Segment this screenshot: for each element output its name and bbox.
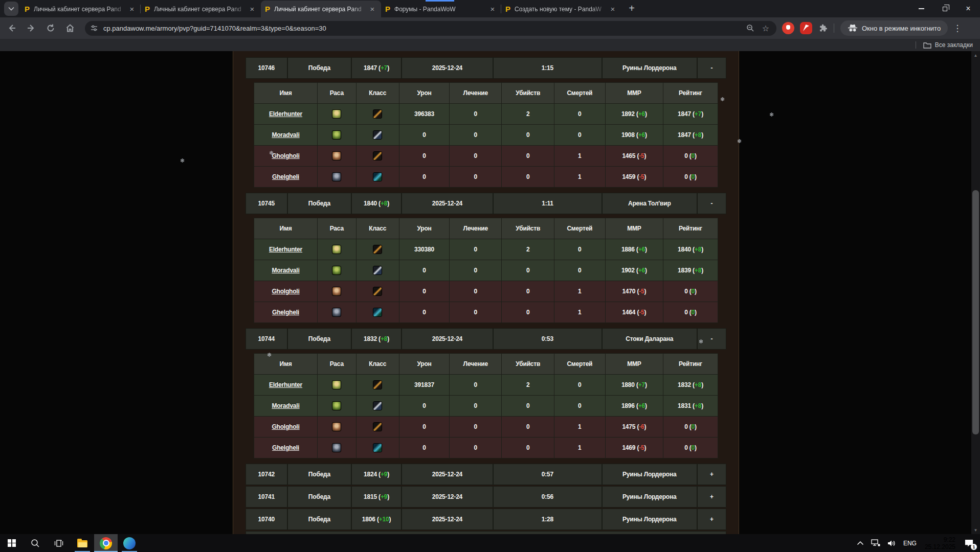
start-button[interactable] [0, 534, 24, 552]
browser-tab[interactable]: P Создать новую тему - PandaW × [501, 1, 621, 17]
tab-close-icon[interactable]: × [368, 5, 377, 14]
network-tray-button[interactable] [867, 534, 884, 552]
deaths-value: 0 [554, 239, 605, 260]
class-icon [373, 151, 382, 160]
address-bar[interactable]: cp.pandawow.me/armory/pvp?guid=7141070&r… [85, 21, 776, 36]
browser-tab[interactable]: P Форумы - PandaWoW × [381, 1, 501, 17]
clock[interactable]: 9:22 25.12.2025 [920, 536, 960, 550]
back-button[interactable] [4, 20, 19, 36]
expand-toggle[interactable]: + [698, 487, 726, 507]
healing-value: 0 [450, 396, 501, 416]
player-name-link[interactable]: Elderhunter [269, 381, 302, 388]
chrome-taskbar-button[interactable] [94, 534, 118, 552]
close-button[interactable]: × [956, 0, 980, 17]
tab-search-button[interactable] [4, 2, 18, 16]
damage-value: 0 [399, 302, 449, 323]
language-indicator[interactable]: ENG [900, 534, 920, 552]
adblock-extension-icon[interactable] [782, 22, 794, 34]
scroll-up-icon[interactable]: ▲ [971, 51, 980, 59]
notification-count-badge: 1 [971, 544, 977, 550]
match-rating: 1824 (+9) [352, 464, 402, 485]
player-row: Gholgholi 0 0 0 1 1470 (-5) 0 (0) [254, 281, 718, 302]
healing-value: 0 [450, 260, 501, 281]
home-button[interactable] [62, 20, 78, 36]
file-explorer-button[interactable] [71, 534, 94, 552]
tab-title: Личный кабинет сервера Pand [34, 6, 127, 13]
player-name-link[interactable]: Gholgholi [272, 152, 299, 159]
race-icon [332, 443, 341, 452]
col-name: Имя [254, 218, 317, 239]
col-race: Раса [318, 218, 356, 239]
col-deaths: Смертей [554, 218, 605, 239]
expand-toggle[interactable]: + [698, 509, 726, 530]
class-icon [373, 109, 382, 119]
player-name-link[interactable]: Elderhunter [269, 246, 302, 253]
col-class: Класс [357, 218, 399, 239]
match-arena: Арена Тол'вир [603, 193, 698, 214]
collapse-toggle[interactable]: - [698, 58, 726, 78]
all-bookmarks-button[interactable]: Все закладки [935, 41, 973, 49]
chevron-up-icon [857, 541, 864, 545]
bookmark-star-icon[interactable]: ☆ [760, 22, 771, 34]
new-tab-button[interactable]: + [625, 2, 639, 16]
taskbar-search-button[interactable] [24, 534, 47, 552]
reload-button[interactable] [43, 20, 58, 36]
browser-tab[interactable]: P Личный кабинет сервера Pand × [261, 1, 381, 17]
collapsed-match-row: 10742 Победа 1824 (+9) 2025-12-24 0:57 Р… [246, 464, 726, 485]
minimize-button[interactable] [909, 0, 933, 17]
kills-value: 0 [502, 125, 553, 145]
match-duration: 1:28 [494, 509, 603, 530]
tab-close-icon[interactable]: × [248, 5, 257, 14]
col-kills: Убийств [502, 218, 553, 239]
scrollbar-thumb[interactable] [972, 190, 979, 434]
mmr-value: 1896 (+6) [606, 396, 663, 416]
extensions-puzzle-icon[interactable] [818, 24, 828, 33]
task-view-button[interactable] [47, 534, 71, 552]
tab-strip: P Личный кабинет сервера Pand × P Личный… [0, 0, 980, 17]
col-kills: Убийств [502, 83, 553, 103]
player-name-link[interactable]: Ghelgheli [272, 309, 299, 316]
tab-close-icon[interactable]: × [127, 5, 137, 14]
tab-close-icon[interactable]: × [608, 5, 617, 14]
player-name-link[interactable]: Moradvali [272, 402, 299, 409]
tray-expand-button[interactable] [853, 534, 867, 552]
players-header-row: Имя Раса Класс Урон Лечение Убийств Смер… [254, 354, 718, 374]
player-name-link[interactable]: Gholgholi [272, 288, 299, 295]
page-scrollbar[interactable]: ▲ ▼ [971, 51, 980, 534]
edge-taskbar-button[interactable] [118, 534, 141, 552]
healing-value: 0 [450, 438, 501, 458]
tab-close-icon[interactable]: × [488, 5, 497, 14]
restore-button[interactable] [933, 0, 956, 17]
toolbar-separator [834, 24, 834, 33]
browser-tab[interactable]: P Личный кабинет сервера Pand × [20, 1, 141, 17]
collapse-toggle[interactable]: - [698, 193, 726, 214]
match-result: Победа [288, 329, 352, 349]
damage-value: 330380 [399, 239, 449, 260]
forward-button[interactable] [24, 20, 39, 36]
healing-value: 0 [450, 239, 501, 260]
player-name-link[interactable]: Ghelgheli [272, 444, 299, 451]
red-extension-icon[interactable] [800, 22, 812, 34]
notification-center-button[interactable]: 1 [960, 534, 980, 552]
zoom-page-icon[interactable] [745, 22, 756, 34]
player-name-link[interactable]: Gholgholi [272, 423, 299, 430]
match-arena: Руины Лордерона [603, 58, 698, 78]
mmr-value: 1470 (-5) [606, 281, 663, 302]
player-name-link[interactable]: Moradvali [272, 267, 299, 274]
damage-value: 0 [399, 260, 449, 281]
scroll-down-icon[interactable]: ▼ [971, 526, 980, 534]
mmr-value: 1902 (+6) [606, 260, 663, 281]
expand-toggle[interactable]: + [698, 464, 726, 485]
browser-tab[interactable]: P Личный кабинет сервера Pand × [141, 1, 261, 17]
player-row: Gholgholi 0 0 0 1 1465 (-5) 0 (0) [254, 146, 718, 166]
player-name-link[interactable]: Elderhunter [269, 110, 302, 118]
browser-menu-icon[interactable]: ⋮ [953, 23, 962, 34]
race-icon [332, 130, 341, 140]
damage-value: 0 [399, 146, 449, 166]
url-text[interactable]: cp.pandawow.me/armory/pvp?guid=7141070&r… [103, 25, 741, 32]
volume-tray-button[interactable] [884, 534, 900, 552]
player-name-link[interactable]: Moradvali [272, 131, 299, 139]
tab-title: Форумы - PandaWoW [394, 6, 488, 13]
player-name-link[interactable]: Ghelgheli [272, 173, 299, 180]
deaths-value: 1 [554, 146, 605, 166]
